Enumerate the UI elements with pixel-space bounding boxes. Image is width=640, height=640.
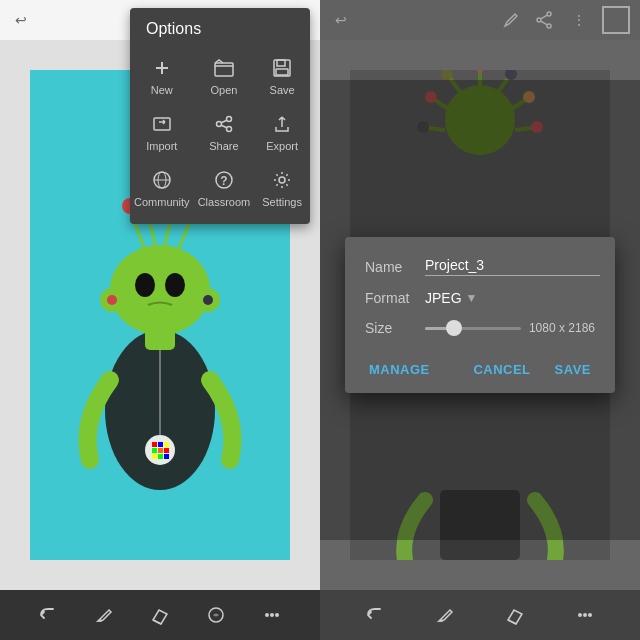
cancel-button[interactable]: CANCEL	[469, 358, 534, 381]
options-title: Options	[130, 16, 310, 48]
bottom-toolbar-left	[0, 590, 320, 640]
smudge-btn-left[interactable]	[201, 600, 231, 630]
new-label: New	[151, 84, 173, 96]
svg-point-50	[265, 613, 269, 617]
name-label: Name	[365, 259, 425, 275]
save-icon	[270, 56, 294, 80]
settings-icon	[270, 168, 294, 192]
option-save[interactable]: Save	[254, 48, 310, 104]
svg-point-79	[588, 613, 592, 617]
svg-rect-41	[158, 448, 163, 453]
more-btn-left[interactable]	[257, 600, 287, 630]
format-label: Format	[365, 290, 425, 306]
option-share[interactable]: Share	[194, 104, 255, 160]
svg-rect-2	[215, 63, 233, 76]
open-icon	[212, 56, 236, 80]
size-slider-thumb[interactable]	[446, 320, 462, 336]
dialog-buttons: MANAGE CANCEL SAVE	[365, 350, 595, 381]
option-community[interactable]: Community	[130, 160, 194, 216]
svg-point-54	[537, 18, 541, 22]
format-row: Format JPEG ▼	[365, 290, 595, 306]
option-open[interactable]: Open	[194, 48, 255, 104]
import-icon	[150, 112, 174, 136]
options-grid: New Open	[130, 48, 310, 216]
format-value: JPEG	[425, 290, 462, 306]
option-import[interactable]: Import	[130, 104, 194, 160]
classroom-label: Classroom	[198, 196, 251, 208]
svg-line-11	[221, 125, 227, 128]
right-canvas-area: Name Format JPEG ▼ Size	[320, 40, 640, 590]
right-panel: ↩ ⋮	[320, 0, 640, 640]
option-new[interactable]: New	[130, 48, 194, 104]
dropdown-arrow-icon: ▼	[466, 291, 478, 305]
pen-btn-left[interactable]	[89, 600, 119, 630]
format-dropdown[interactable]: JPEG ▼	[425, 290, 595, 306]
left-panel: ↩ ⚙ Options New	[0, 0, 320, 640]
undo-icon-right[interactable]: ↩	[330, 9, 352, 31]
more-btn-right[interactable]	[570, 600, 600, 630]
svg-point-55	[547, 24, 551, 28]
svg-rect-42	[164, 448, 169, 453]
svg-point-9	[226, 127, 231, 132]
export-label: Export	[266, 140, 298, 152]
svg-point-22	[165, 273, 185, 297]
svg-rect-39	[164, 442, 169, 447]
new-icon	[150, 56, 174, 80]
pen-icon-right[interactable]	[500, 9, 522, 31]
import-label: Import	[146, 140, 177, 152]
save-confirm-button[interactable]: SAVE	[551, 358, 595, 381]
svg-rect-43	[152, 454, 157, 459]
svg-point-17	[279, 177, 285, 183]
name-input[interactable]	[425, 257, 600, 276]
svg-line-48	[153, 620, 161, 624]
save-dialog: Name Format JPEG ▼ Size	[345, 237, 615, 393]
save-label: Save	[270, 84, 295, 96]
option-settings[interactable]: Settings	[254, 160, 310, 216]
share-icon-right[interactable]	[534, 9, 556, 31]
size-row: Size 1080 x 2186	[365, 320, 595, 336]
svg-rect-45	[164, 454, 169, 459]
svg-point-53	[547, 12, 551, 16]
community-label: Community	[134, 196, 190, 208]
svg-rect-6	[154, 118, 170, 130]
options-menu: Options New	[130, 8, 310, 224]
svg-line-76	[508, 620, 516, 624]
size-label: Size	[365, 320, 425, 336]
undo-icon-left[interactable]: ↩	[10, 9, 32, 31]
svg-point-20	[110, 245, 210, 335]
export-icon	[270, 112, 294, 136]
undo-btn-right[interactable]	[360, 600, 390, 630]
svg-point-34	[203, 295, 213, 305]
option-classroom[interactable]: ? Classroom	[194, 160, 255, 216]
pen-btn-right[interactable]	[430, 600, 460, 630]
svg-point-8	[216, 122, 221, 127]
more-icon-right[interactable]: ⋮	[568, 9, 590, 31]
svg-rect-37	[152, 442, 157, 447]
svg-rect-44	[158, 454, 163, 459]
svg-point-33	[107, 295, 117, 305]
classroom-icon: ?	[212, 168, 236, 192]
eraser-btn-left[interactable]	[145, 600, 175, 630]
undo-btn-left[interactable]	[33, 600, 63, 630]
square-toggle-btn[interactable]	[602, 6, 630, 34]
size-slider-track[interactable]	[425, 327, 521, 330]
size-value: 1080 x 2186	[529, 321, 595, 335]
svg-rect-4	[277, 60, 285, 66]
settings-label: Settings	[262, 196, 302, 208]
svg-point-78	[583, 613, 587, 617]
right-toolbar: ↩ ⋮	[320, 0, 640, 40]
svg-line-56	[541, 15, 547, 19]
svg-point-7	[226, 117, 231, 122]
svg-rect-40	[152, 448, 157, 453]
svg-line-10	[221, 120, 227, 123]
community-icon	[150, 168, 174, 192]
svg-text:?: ?	[220, 174, 227, 188]
manage-button[interactable]: MANAGE	[365, 358, 434, 381]
option-export[interactable]: Export	[254, 104, 310, 160]
svg-point-21	[135, 273, 155, 297]
open-label: Open	[210, 84, 237, 96]
svg-line-57	[541, 21, 547, 25]
svg-point-77	[578, 613, 582, 617]
eraser-btn-right[interactable]	[500, 600, 530, 630]
svg-rect-5	[276, 69, 288, 75]
